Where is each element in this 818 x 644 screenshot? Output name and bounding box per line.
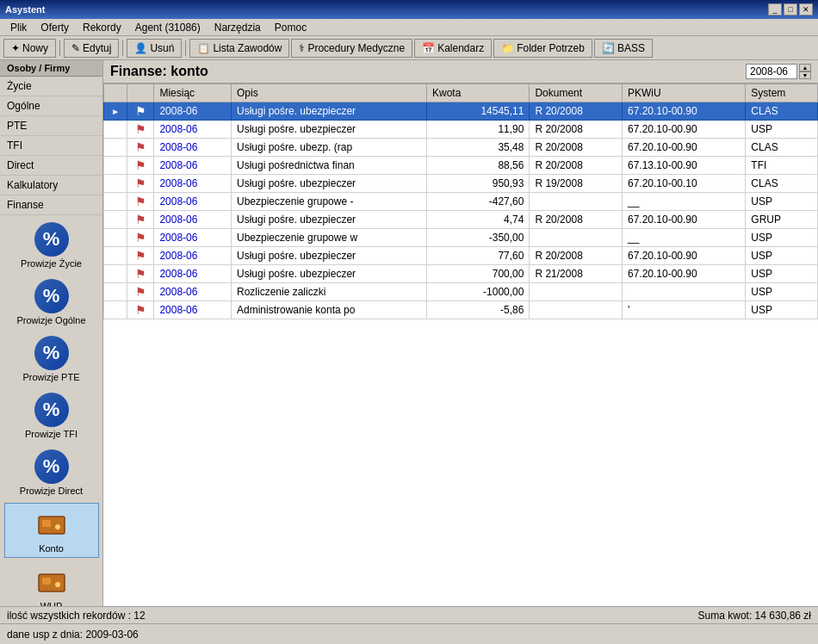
table-row[interactable]: ⚑ 2008-06 Ubezpieczenie grupowe w -350,0… — [104, 229, 818, 247]
svg-rect-4 — [42, 578, 51, 585]
table-row[interactable]: ⚑ 2008-06 Ubezpieczenie grupowe - -427,6… — [104, 193, 818, 211]
row-dokument: R 20/2008 — [530, 102, 623, 121]
row-opis: Ubezpieczenie grupowe - — [232, 193, 427, 211]
row-pkwiu: 67.20.10-00.90 — [622, 139, 745, 157]
table-row[interactable]: ⚑ 2008-06 Administrowanie konta po -5,86… — [104, 301, 818, 319]
col-header-pkwiu[interactable]: PKWiU — [622, 84, 745, 102]
menu-oferty[interactable]: Oferty — [34, 20, 76, 35]
maximize-button[interactable]: □ — [784, 3, 797, 15]
row-icon: ⚑ — [127, 175, 154, 193]
procedury-button[interactable]: ⚕ Procedury Medyczne — [291, 39, 412, 58]
row-kwota: -5,86 — [426, 301, 529, 319]
col-header-miesiac[interactable]: Miesiąc — [154, 84, 232, 102]
prowizje-zycie-item[interactable]: % Prowizje Życie — [4, 219, 99, 272]
row-arrow — [104, 211, 127, 229]
row-opis: Administrowanie konta po — [232, 301, 427, 319]
col-header-kwota[interactable]: Kwota — [426, 84, 529, 102]
row-system: CLAS — [746, 139, 818, 157]
date-down-button[interactable]: ▼ — [799, 71, 811, 79]
row-opis: Usługi pośre. ubezp. (rap — [232, 139, 427, 157]
row-system: USP — [746, 301, 818, 319]
row-system: CLAS — [746, 102, 818, 121]
table-row[interactable]: ⚑ 2008-06 Usługi pośre. ubezpieczer 950,… — [104, 175, 818, 193]
row-arrow — [104, 175, 127, 193]
table-row[interactable]: ⚑ 2008-06 Usługi pośre. ubezpieczer 700,… — [104, 265, 818, 283]
sidebar-item-pte[interactable]: PTE — [0, 116, 102, 136]
date-input[interactable] — [746, 64, 797, 79]
row-icon: ⚑ — [127, 301, 154, 319]
wup-label: WUP — [40, 601, 63, 606]
sidebar-item-direct[interactable]: Direct — [0, 156, 102, 176]
row-arrow — [104, 265, 127, 283]
row-arrow: ► — [104, 102, 127, 121]
menu-plik[interactable]: Plik — [3, 20, 34, 35]
date-control: ▲ ▼ — [746, 64, 811, 79]
col-header-system[interactable]: System — [746, 84, 818, 102]
sum-label: Suma kwot: 14 630,86 zł — [698, 610, 811, 622]
prowizje-pte-item[interactable]: % Prowizje PTE — [4, 332, 99, 386]
row-system: USP — [746, 247, 818, 265]
kalendarz-button[interactable]: 📅 Kalendarz — [414, 39, 492, 58]
wup-icon — [34, 565, 69, 599]
row-dokument — [530, 193, 623, 211]
table-wrapper: Miesiąc Opis Kwota Dokument PKWiU System… — [103, 84, 818, 606]
sidebar-item-kalkulatory[interactable]: Kalkulatory — [0, 176, 102, 195]
window-controls[interactable]: _ □ ✕ — [768, 3, 813, 15]
page-header: Finanse: konto ▲ ▼ — [103, 60, 818, 84]
wup-item[interactable]: WUP — [4, 561, 99, 606]
prowizje-tfi-item[interactable]: % Prowizje TFI — [4, 389, 99, 443]
bass-button[interactable]: 🔄 BASS — [594, 39, 653, 58]
prowizje-zycie-label: Prowizje Życie — [21, 258, 82, 269]
table-row[interactable]: ⚑ 2008-06 Usługi pośre. ubezpieczer 11,9… — [104, 121, 818, 139]
close-button[interactable]: ✕ — [799, 3, 813, 15]
row-system: CLAS — [746, 175, 818, 193]
col-header-opis[interactable]: Opis — [232, 84, 427, 102]
prowizje-ogolne-item[interactable]: % Prowizje Ogólne — [4, 276, 99, 329]
row-kwota: 700,00 — [426, 265, 529, 283]
row-icon: ⚑ — [127, 139, 154, 157]
row-dokument — [530, 301, 623, 319]
table-row[interactable]: ⚑ 2008-06 Usługi pośre. ubezpieczer 4,74… — [104, 211, 818, 229]
lista-zawodow-button[interactable]: 📋 Lista Zawodów — [189, 39, 289, 58]
usun-icon: 👤 — [134, 42, 147, 54]
table-row[interactable]: ⚑ 2008-06 Usługi pośrednictwa finan 88,5… — [104, 157, 818, 175]
konto-icon — [34, 507, 69, 542]
row-system: USP — [746, 265, 818, 283]
svg-point-5 — [55, 582, 60, 587]
row-dokument: R 20/2008 — [530, 247, 623, 265]
nowy-button[interactable]: ✦ Nowy — [3, 39, 56, 58]
row-kwota: -427,60 — [426, 193, 529, 211]
col-header-icon — [127, 84, 154, 102]
folder-button[interactable]: 📁 Folder Potrzeb — [493, 39, 592, 58]
sidebar-item-ogolne[interactable]: Ogólne — [0, 96, 102, 116]
table-row[interactable]: ► ⚑ 2008-06 Usługi pośre. ubezpieczer 14… — [104, 102, 818, 121]
prowizje-direct-item[interactable]: % Prowizje Direct — [4, 446, 99, 499]
minimize-button[interactable]: _ — [768, 3, 782, 15]
prowizje-tfi-icon: % — [34, 393, 69, 427]
konto-item[interactable]: Konto — [4, 503, 99, 558]
section-label: dane usp z dnia: 2009-03-06 — [7, 629, 139, 641]
procedury-icon: ⚕ — [299, 42, 305, 54]
sidebar-item-zycie[interactable]: Życie — [0, 77, 102, 96]
col-header-dokument[interactable]: Dokument — [530, 84, 623, 102]
menu-narzedzia[interactable]: Narzędzia — [208, 20, 268, 35]
usun-button[interactable]: 👤 Usuń — [127, 39, 182, 58]
table-row[interactable]: ⚑ 2008-06 Rozliczenie zaliczki -1000,00 … — [104, 283, 818, 301]
edytuj-button[interactable]: ✎ Edytuj — [64, 39, 119, 58]
row-icon: ⚑ — [127, 247, 154, 265]
menu-agent[interactable]: Agent (31086) — [128, 20, 208, 35]
table-row[interactable]: ⚑ 2008-06 Usługi pośre. ubezp. (rap 35,4… — [104, 139, 818, 157]
date-up-button[interactable]: ▲ — [799, 64, 811, 71]
table-row[interactable]: ⚑ 2008-06 Usługi pośre. ubezpieczer 77,6… — [104, 247, 818, 265]
sidebar-item-tfi[interactable]: TFI — [0, 136, 102, 156]
menu-pomoc[interactable]: Pomoc — [268, 20, 313, 35]
toolbar: ✦ Nowy ✎ Edytuj 👤 Usuń 📋 Lista Zawodów ⚕… — [0, 36, 818, 60]
row-dokument: R 20/2008 — [530, 157, 623, 175]
menu-rekordy[interactable]: Rekordy — [76, 20, 128, 35]
edytuj-icon: ✎ — [71, 42, 80, 54]
row-dokument: R 19/2008 — [530, 175, 623, 193]
row-opis: Usługi pośre. ubezpieczer — [232, 247, 427, 265]
row-miesiac: 2008-06 — [154, 247, 232, 265]
row-arrow — [104, 139, 127, 157]
sidebar-item-finanse[interactable]: Finanse — [0, 195, 102, 215]
